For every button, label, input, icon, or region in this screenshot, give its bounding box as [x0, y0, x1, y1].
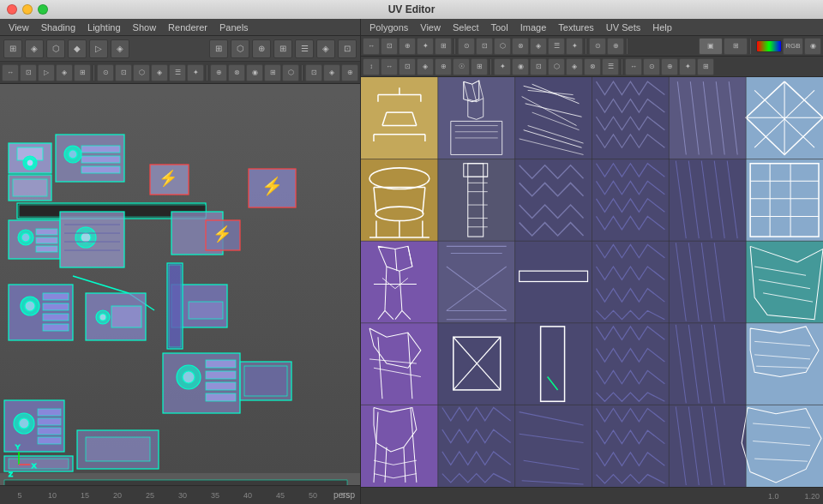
- uv-menu-polygons[interactable]: Polygons: [364, 21, 413, 33]
- tb2-icon-5[interactable]: ⊞: [74, 64, 91, 81]
- maya-toolbar-2: ↔ ⊡ ▷ ◈ ⊞ ⊙ ⊡ ⬡ ◈ ☰ ✦ ⊕ ⊗ ◉ ⊞ ⬡ ⊡ ◈ ⊕: [0, 62, 360, 84]
- tb2-icon-3[interactable]: ▷: [38, 64, 55, 81]
- tb2-icon-9[interactable]: ◈: [151, 64, 168, 81]
- svg-text:Z: Z: [9, 471, 13, 478]
- window-title: UV Editor: [388, 3, 436, 15]
- toolbar-icon-4[interactable]: ◆: [68, 39, 87, 58]
- ruler-20: 20: [101, 491, 134, 500]
- uv-tb1-icon-2[interactable]: ⊡: [381, 38, 398, 55]
- uv-tb1-icon-last[interactable]: ◉: [804, 38, 821, 55]
- tb2-icon-14[interactable]: ◉: [246, 64, 263, 81]
- menu-renderer[interactable]: Renderer: [163, 21, 213, 33]
- uv-tb2-icon-15[interactable]: ↔: [625, 58, 642, 75]
- tb2-icon-13[interactable]: ⊗: [228, 64, 245, 81]
- svg-rect-176: [746, 241, 823, 323]
- uv-tb1-icon-rgb[interactable]: RGB: [783, 38, 803, 55]
- uv-menu-help[interactable]: Help: [647, 21, 677, 33]
- uv-tb2-icon-4[interactable]: ◈: [417, 58, 434, 75]
- uv-tb2-icon-12[interactable]: ◈: [566, 58, 583, 75]
- minimize-button[interactable]: [22, 4, 33, 15]
- tb2-icon-7[interactable]: ⊡: [115, 64, 132, 81]
- tb2-icon-16[interactable]: ⬡: [282, 64, 299, 81]
- uv-tb2-icon-2[interactable]: ↔: [381, 58, 398, 75]
- uv-tb2-icon-6[interactable]: ☉: [453, 58, 470, 75]
- uv-tb1-icon-8[interactable]: ⬡: [494, 38, 511, 55]
- toolbar-icon-5[interactable]: ▷: [89, 39, 108, 58]
- toolbar-icon-13[interactable]: ⊡: [338, 39, 357, 58]
- toolbar-icon-9[interactable]: ⊕: [252, 39, 271, 58]
- toolbar-icon-11[interactable]: ☰: [295, 39, 314, 58]
- uv-tb2-icon-8[interactable]: ✦: [494, 58, 511, 75]
- tb2-icon-10[interactable]: ☰: [169, 64, 186, 81]
- toolbar-icon-10[interactable]: ⊞: [273, 39, 292, 58]
- uv-tb2-icon-1[interactable]: ↕: [363, 58, 380, 75]
- uv-canvas-area[interactable]: 1.0 1.20: [361, 77, 823, 504]
- tb2-icon-2[interactable]: ⊡: [20, 64, 37, 81]
- uv-tb2-icon-14[interactable]: ☰: [602, 58, 619, 75]
- tb2-icon-4[interactable]: ◈: [56, 64, 73, 81]
- uv-tb2-icon-10[interactable]: ⊡: [530, 58, 547, 75]
- uv-tb2-icon-7[interactable]: ⊞: [471, 58, 488, 75]
- toolbar-icon-3[interactable]: ⬡: [46, 39, 65, 58]
- uv-tb2-icon-13[interactable]: ⊗: [584, 58, 601, 75]
- uv-tb1-icon-14[interactable]: ⊕: [607, 38, 624, 55]
- uv-tb1-icon-9[interactable]: ⊗: [512, 38, 529, 55]
- uv-menu-textures[interactable]: Textures: [553, 21, 599, 33]
- menu-shading[interactable]: Shading: [36, 21, 81, 33]
- svg-rect-189: [515, 323, 592, 405]
- uv-menu-image[interactable]: Image: [515, 21, 552, 33]
- tb2-icon-18[interactable]: ◈: [323, 64, 340, 81]
- uv-menu-view[interactable]: View: [415, 21, 446, 33]
- uv-tb1-icon-4[interactable]: ✦: [417, 38, 434, 55]
- uv-tb2-icon-19[interactable]: ⊞: [697, 58, 714, 75]
- uv-tb2-icon-5[interactable]: ⊕: [435, 58, 452, 75]
- svg-point-45: [99, 314, 106, 321]
- uv-tb1-icon-13[interactable]: ⊙: [589, 38, 606, 55]
- menu-panels[interactable]: Panels: [214, 21, 254, 33]
- uv-tb1-icon-12[interactable]: ✦: [566, 38, 583, 55]
- menu-show[interactable]: Show: [128, 21, 162, 33]
- tb2-icon-12[interactable]: ⊕: [210, 64, 227, 81]
- menu-lighting[interactable]: Lighting: [82, 21, 126, 33]
- tb2-icon-6[interactable]: ⊙: [97, 64, 114, 81]
- toolbar-icon-6[interactable]: ◈: [111, 39, 129, 58]
- svg-point-25: [81, 232, 91, 243]
- 3d-viewport[interactable]: ⚡: [0, 84, 360, 485]
- uv-tb1-icon-11[interactable]: ☰: [548, 38, 565, 55]
- uv-tb1-icon-6[interactable]: ⊙: [458, 38, 475, 55]
- uv-tb1-icon-7[interactable]: ⊡: [476, 38, 493, 55]
- uv-tb1-icon-5[interactable]: ⊞: [435, 38, 452, 55]
- uv-menu-select[interactable]: Select: [448, 21, 484, 33]
- toolbar-icon-7[interactable]: ⊞: [209, 39, 228, 58]
- toolbar-icon-12[interactable]: ◈: [316, 39, 335, 58]
- tb2-icon-11[interactable]: ✦: [187, 64, 204, 81]
- svg-rect-140: [669, 159, 746, 242]
- uv-tb1-icon-1[interactable]: ↔: [363, 38, 380, 55]
- maximize-button[interactable]: [38, 4, 48, 15]
- uv-tb1-mode2[interactable]: ⊞: [724, 38, 748, 55]
- uv-menu-tool[interactable]: Tool: [486, 21, 514, 33]
- uv-tb2-icon-11[interactable]: ⬡: [548, 58, 565, 75]
- uv-tb2-icon-18[interactable]: ✦: [679, 58, 696, 75]
- uv-tb2-icon-17[interactable]: ⊕: [661, 58, 678, 75]
- uv-tb1-icon-3[interactable]: ⊕: [399, 38, 416, 55]
- color-swatch[interactable]: [756, 40, 782, 52]
- uv-tb2-icon-3[interactable]: ⊡: [399, 58, 416, 75]
- tb2-icon-8[interactable]: ⬡: [133, 64, 150, 81]
- uv-tb2-icon-16[interactable]: ⊙: [643, 58, 660, 75]
- close-button[interactable]: [7, 4, 17, 15]
- ruler-50: 50: [297, 491, 329, 500]
- tb2-icon-17[interactable]: ⊡: [305, 64, 322, 81]
- uv-tb1-mode[interactable]: ▣: [699, 38, 723, 55]
- toolbar-icon-8[interactable]: ⬡: [231, 39, 249, 58]
- uv-menu-bar: Polygons View Select Tool Image Textures…: [361, 19, 823, 36]
- uv-tb2-icon-9[interactable]: ◉: [512, 58, 529, 75]
- tb2-icon-15[interactable]: ⊞: [264, 64, 281, 81]
- tb2-icon-1[interactable]: ↔: [2, 64, 19, 81]
- uv-menu-uvsets[interactable]: UV Sets: [601, 21, 646, 33]
- menu-view[interactable]: View: [3, 21, 34, 33]
- tb2-icon-19[interactable]: ⊕: [341, 64, 358, 81]
- toolbar-icon-2[interactable]: ◈: [25, 39, 44, 58]
- uv-tb1-icon-10[interactable]: ◈: [530, 38, 547, 55]
- toolbar-icon-1[interactable]: ⊞: [3, 39, 22, 58]
